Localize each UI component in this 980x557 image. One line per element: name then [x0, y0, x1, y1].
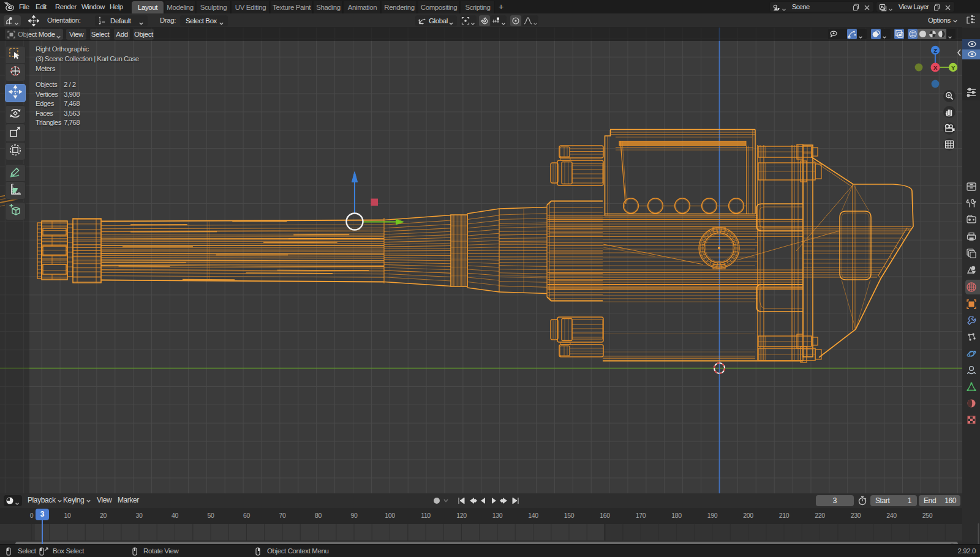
svg-text:Z: Z	[933, 47, 937, 54]
